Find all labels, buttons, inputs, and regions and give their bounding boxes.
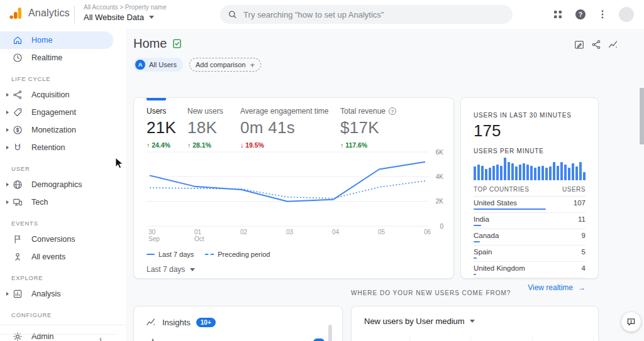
country-row-spain: Spain5	[474, 246, 586, 262]
flag-icon	[12, 234, 23, 245]
svg-text:Oct: Oct	[194, 235, 204, 242]
country-bar	[474, 225, 481, 226]
sidebar-item-all-events[interactable]: All events	[0, 248, 126, 266]
country-users: 11	[578, 215, 586, 223]
svg-text:03: 03	[286, 229, 294, 235]
breadcrumb: All Accounts > Property name	[84, 4, 166, 11]
svg-text:30: 30	[148, 229, 156, 235]
customize-report-icon[interactable]	[574, 39, 585, 50]
gridline	[593, 335, 594, 341]
sidebar-item-label: Realtime	[31, 53, 62, 62]
expand-chevron-icon[interactable]	[4, 183, 11, 187]
minute-bar	[564, 165, 567, 180]
main-content: Home A All Users Add comparison	[126, 29, 644, 341]
more-menu-icon[interactable]	[598, 9, 607, 19]
metric-new-users[interactable]: New users18K↑ 28.1%	[187, 107, 223, 149]
sidebar-item-retention[interactable]: Retention	[0, 139, 126, 156]
minute-bar	[572, 163, 574, 180]
collapse-sidebar-icon[interactable]: ‹	[99, 335, 102, 341]
sidebar-item-tech[interactable]: Tech	[0, 193, 126, 211]
sidebar-item-realtime[interactable]: Realtime	[0, 49, 126, 67]
sidebar-item-engagement[interactable]: Engagement	[0, 104, 126, 121]
minute-bar	[496, 165, 499, 180]
svg-text:2K: 2K	[436, 198, 444, 205]
add-comparison-button[interactable]: Add comparison +	[189, 58, 261, 72]
sidebar-section-user: USER	[0, 156, 126, 176]
chevron-down-icon	[149, 16, 154, 19]
country-row-united-kingdom: United Kingdom4	[474, 262, 586, 278]
analytics-logo[interactable]: Analytics	[9, 6, 70, 20]
report-check-icon[interactable]	[172, 38, 182, 49]
metric-value: 18K	[187, 118, 223, 138]
minute-bar	[477, 165, 480, 180]
metric-average-engagement-time[interactable]: Average engagement time0m 41s↓ 19.5%	[240, 107, 329, 149]
share-icon[interactable]	[591, 39, 602, 50]
sidebar-section-events: EVENTS	[0, 211, 126, 230]
gridline	[532, 335, 533, 341]
country-name: United States	[474, 199, 517, 207]
sidebar-item-label: Conversions	[31, 235, 75, 244]
series-preceding-period	[150, 181, 425, 198]
metric-users[interactable]: Users21K↑ 24.4%	[147, 107, 176, 149]
sidebar-item-conversions[interactable]: Conversions	[0, 230, 126, 248]
metric-label: New users	[187, 107, 223, 116]
expand-chevron-icon[interactable]	[4, 93, 11, 97]
page-title: Home	[133, 36, 167, 51]
country-row-india: India11	[474, 213, 586, 229]
minute-bar	[519, 165, 521, 180]
metric-value: 21K	[147, 118, 176, 138]
minute-bar	[568, 168, 570, 180]
gridline	[409, 335, 410, 341]
metric-label: Average engagement time	[240, 107, 329, 116]
all-users-chip[interactable]: A All Users	[133, 58, 183, 72]
expand-chevron-icon[interactable]	[4, 146, 11, 149]
metric-value: 0m 41s	[240, 118, 329, 138]
sidebar-item-demographics[interactable]: Demographics	[0, 176, 126, 193]
new-users-dropdown[interactable]: New users by User medium	[352, 306, 598, 326]
insights-scrollbar[interactable]	[328, 325, 332, 341]
events-icon	[12, 251, 23, 263]
country-users: 9	[582, 232, 586, 239]
sidebar-item-home[interactable]: Home	[0, 31, 113, 49]
view-realtime-link[interactable]: View realtime →	[528, 283, 586, 292]
search-input[interactable]	[243, 10, 505, 19]
feedback-button[interactable]	[621, 312, 641, 332]
minute-bar	[541, 166, 544, 180]
date-range-selector[interactable]: Last 7 days	[147, 265, 195, 274]
minute-bar	[481, 166, 484, 180]
expand-chevron-icon[interactable]	[4, 111, 11, 114]
page-scrollbar[interactable]	[640, 88, 644, 144]
apps-grid-icon[interactable]	[553, 9, 563, 19]
solid-line-swatch	[147, 254, 155, 256]
minute-bar	[545, 168, 548, 180]
sidebar-item-monetization[interactable]: Monetization	[0, 121, 126, 139]
svg-text:0: 0	[440, 223, 443, 230]
country-bar	[474, 257, 477, 259]
expand-chevron-icon[interactable]	[4, 128, 11, 132]
metric-total-revenue[interactable]: Total revenue?$17K↑ 117.6%	[340, 107, 396, 149]
sidebar-item-acquisition[interactable]: Acquisition	[0, 86, 126, 104]
help-icon[interactable]: ?	[575, 9, 586, 20]
metric-label: Users	[147, 107, 166, 116]
series-last-7-days	[150, 162, 425, 202]
tech-icon	[12, 197, 23, 208]
sidebar-item-analysis[interactable]: Analysis	[0, 285, 126, 303]
topbar-divider	[74, 6, 75, 23]
minute-bar	[515, 166, 518, 180]
property-selector[interactable]: All Website Data	[84, 13, 166, 22]
expand-chevron-icon[interactable]	[4, 200, 11, 204]
search-bar[interactable]	[220, 5, 513, 24]
analytics-home-page: Analytics All Accounts > Property name A…	[0, 0, 644, 341]
avatar[interactable]	[619, 7, 634, 22]
acquisition-icon	[12, 89, 23, 100]
minute-bar	[523, 163, 525, 180]
expand-chevron-icon[interactable]	[4, 292, 11, 296]
insights-icon[interactable]	[608, 39, 619, 50]
new-users-question: WHERE DO YOUR NEW USERS COME FROM?	[351, 290, 511, 296]
svg-text:4K: 4K	[436, 173, 444, 180]
minute-bar	[579, 162, 582, 180]
sparkle-icon	[148, 338, 157, 341]
country-bar	[474, 208, 546, 210]
help-icon[interactable]: ?	[389, 107, 396, 115]
svg-text:6K: 6K	[436, 149, 444, 156]
